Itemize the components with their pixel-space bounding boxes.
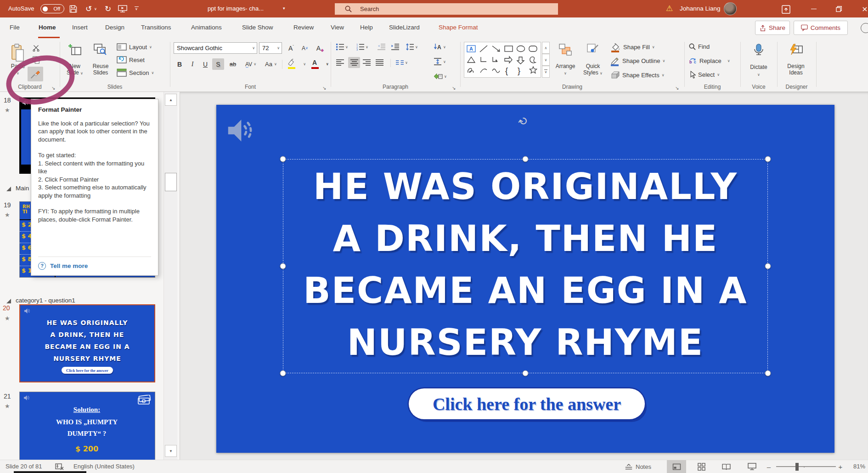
ribbon-display-options-button[interactable] [780,4,792,15]
justify-button[interactable] [376,59,383,66]
font-name-combo[interactable]: Showcard Gothic [174,42,257,54]
shape-fill-button[interactable]: Shape Fill [611,43,655,51]
layout-button[interactable]: Layout [117,43,152,51]
shape-gallery-scroll-up[interactable]: ∧ [542,42,550,54]
user-name[interactable]: Johanna Liang [680,5,721,12]
underline-button[interactable]: U [199,58,211,70]
close-button[interactable]: × [855,0,868,17]
clipboard-dialog-launcher[interactable] [51,85,55,91]
text-direction-button[interactable] [434,43,446,51]
tab-help[interactable]: Help [360,24,373,31]
tab-animations[interactable]: Animations [191,24,222,31]
zoom-out-button[interactable]: – [763,460,774,473]
warning-icon[interactable]: ⚠ [666,4,673,13]
convert-to-smartart-button[interactable] [434,73,447,80]
character-spacing-button[interactable]: AV↔ [242,58,260,70]
resize-handle-e[interactable] [765,263,771,269]
dictate-button[interactable]: Dictate [745,42,772,78]
redo-button[interactable]: ↻ [102,3,114,14]
tell-me-more-link[interactable]: ? Tell me more [38,256,151,270]
accessibility-checker-icon[interactable] [55,463,64,470]
document-title[interactable]: ppt for images- cha... [208,5,264,12]
format-painter-button[interactable] [28,67,43,81]
text-shadow-button[interactable]: S [212,58,224,70]
resize-handle-ne[interactable] [765,156,771,162]
text-highlight-button[interactable] [286,58,307,70]
tab-design[interactable]: Design [105,24,124,31]
columns-button[interactable] [396,60,408,65]
feedback-smiley-icon[interactable] [861,23,868,33]
audio-speaker-icon[interactable] [226,117,254,144]
scroll-up-button[interactable]: ▲ [165,94,177,106]
resize-handle-n[interactable] [523,156,529,162]
copy-button[interactable] [29,55,42,65]
zoom-slider-thumb[interactable] [795,463,799,471]
paragraph-dialog-launcher[interactable] [452,85,456,91]
new-slide-button[interactable]: New Slide [63,42,86,78]
decrease-font-size-button[interactable]: A [299,42,311,54]
reset-button[interactable]: Reset [117,56,145,64]
design-ideas-button[interactable]: Design Ideas [781,42,811,78]
shape-outline-button[interactable]: Shape Outline [611,57,665,64]
decrease-indent-button[interactable] [378,43,385,51]
select-button[interactable]: Select [689,71,720,79]
scrollbar-thumb[interactable] [165,173,177,191]
find-button[interactable]: Find [689,43,710,50]
strikethrough-button[interactable]: ab [226,58,240,70]
share-button[interactable]: Share [755,21,790,35]
bold-button[interactable]: B [174,58,186,70]
answer-button-shape[interactable]: Click here for the answer [409,388,645,419]
tab-slidelizard[interactable]: SlideLizard [389,24,420,31]
resize-handle-s[interactable] [523,370,529,376]
tab-view[interactable]: View [331,24,344,31]
tab-insert[interactable]: Insert [72,24,88,31]
section-collapse-triangle[interactable] [6,187,11,191]
zoom-level[interactable]: 81% [847,463,865,470]
align-right-button[interactable] [363,59,371,66]
normal-view-button[interactable] [667,460,686,473]
change-case-button[interactable]: Aa [262,58,280,70]
slide-show-button[interactable] [742,460,761,473]
shape-effects-button[interactable]: Shape Effects [611,71,665,79]
shape-gallery-scroll-down[interactable]: ∨ [542,54,550,66]
resize-handle-nw[interactable] [280,156,286,162]
reading-view-button[interactable] [716,460,736,473]
search-input[interactable]: Search [335,3,558,15]
arrange-button[interactable]: Arrange [553,42,578,78]
tab-file[interactable]: File [10,24,20,31]
shape-gallery-more-button[interactable]: ∨ [542,66,550,78]
save-button[interactable] [67,3,79,14]
section-main-label[interactable]: Main [16,185,29,192]
slide-21-thumbnail[interactable]: Solution: WHO IS „HUMPTY DUMPTY“ ? $ 200 [19,392,155,460]
tab-transitions[interactable]: Transitions [141,24,171,31]
font-dialog-launcher[interactable] [322,85,326,91]
notes-button[interactable]: Notes [621,460,655,473]
font-color-button[interactable]: A [309,58,330,70]
increase-indent-button[interactable] [391,43,399,51]
paste-button[interactable]: Paste [7,42,28,78]
replace-button[interactable]: Replace [689,57,730,64]
panel-scrollbar[interactable]: ▲ ▼ [163,92,177,460]
scroll-down-button[interactable]: ▼ [165,445,177,457]
tab-shape-format[interactable]: Shape Format [439,24,478,31]
resize-handle-w[interactable] [280,263,286,269]
tab-review[interactable]: Review [293,24,314,31]
bullets-button[interactable] [336,43,348,51]
start-from-beginning-button[interactable] [117,3,129,14]
zoom-in-button[interactable]: + [835,460,846,473]
minimize-button[interactable] [805,0,823,17]
section-collapse-triangle[interactable] [6,299,11,303]
undo-dropdown[interactable]: ∨ [93,3,98,14]
restore-button[interactable] [829,0,848,17]
section-button[interactable]: Section [117,68,154,77]
line-spacing-button[interactable] [406,43,418,51]
slide-counter[interactable]: Slide 20 of 81 [6,463,42,470]
section-category1-question1-label[interactable]: category1 - question1 [16,297,75,304]
shape-gallery[interactable]: A { } [464,42,541,78]
align-left-button[interactable] [336,59,344,66]
align-text-button[interactable] [434,58,446,65]
resize-handle-se[interactable] [765,370,771,376]
quick-styles-button[interactable]: Quick Styles [580,42,606,78]
increase-font-size-button[interactable]: Aˆ [285,42,298,54]
tab-slide-show[interactable]: Slide Show [242,24,273,31]
